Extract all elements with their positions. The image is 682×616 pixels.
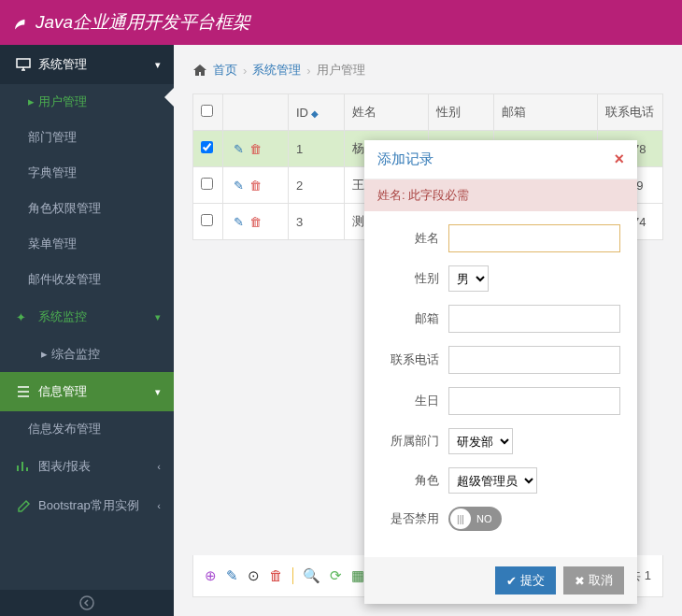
sidebar-item-dept[interactable]: 部门管理	[0, 120, 174, 155]
sidebar-monitor-overall[interactable]: ▸ 综合监控	[0, 337, 174, 372]
sidebar-item-role[interactable]: 角色权限管理	[0, 191, 174, 226]
close-icon[interactable]: ×	[614, 150, 624, 169]
sidebar-collapse[interactable]	[0, 590, 174, 616]
sidebar: 系统管理 ▾ ▸ 用户管理 部门管理 字典管理 角色权限管理 菜单管理 邮件收发…	[0, 45, 174, 616]
phone-input[interactable]	[448, 346, 620, 374]
delete-button[interactable]: 🗑	[269, 567, 283, 584]
chevron-down-icon: ▾	[155, 59, 161, 71]
chevron-down-icon: ▾	[155, 386, 161, 398]
sidebar-monitor[interactable]: ✦ 系统监控 ▾	[0, 297, 174, 337]
search-button[interactable]: 🔍	[303, 567, 320, 584]
top-bar: Java企业通用开发平台框架	[0, 0, 682, 45]
breadcrumb-l2: 用户管理	[317, 62, 365, 79]
bar-chart-icon	[16, 460, 31, 473]
submit-button[interactable]: ✔ 提交	[495, 566, 556, 595]
toggle-knob-icon: |||	[450, 509, 471, 529]
role-select[interactable]: 超级管理员	[448, 467, 537, 494]
leaf-icon	[11, 13, 30, 32]
cancel-button[interactable]: ✖ 取消	[563, 566, 624, 595]
view-button[interactable]: ⊙	[248, 567, 260, 584]
monitor-icon	[16, 58, 31, 71]
sidebar-info-publish[interactable]: 信息发布管理	[0, 411, 174, 447]
row-checkbox[interactable]	[201, 178, 213, 190]
sidebar-item-dict[interactable]: 字典管理	[0, 155, 174, 191]
error-message: 姓名: 此字段必需	[364, 179, 637, 211]
sidebar-chart[interactable]: 图表/报表 ‹	[0, 447, 174, 486]
export-button[interactable]: ▦	[351, 567, 364, 584]
modal-title: 添加记录	[377, 150, 614, 168]
refresh-button[interactable]: ⟳	[330, 567, 342, 584]
svg-rect-0	[17, 59, 30, 67]
row-checkbox[interactable]	[201, 141, 213, 153]
app-title: Java企业通用开发平台框架	[36, 10, 250, 35]
row-delete-button[interactable]: 🗑	[249, 179, 262, 193]
breadcrumb: 首页 › 系统管理 › 用户管理	[174, 45, 682, 93]
row-edit-button[interactable]: ✎	[234, 179, 244, 193]
home-icon	[192, 64, 207, 77]
sort-icon[interactable]: ◆	[311, 108, 319, 119]
edit-icon	[16, 499, 31, 512]
row-edit-button[interactable]: ✎	[234, 142, 244, 156]
pointer-icon	[164, 88, 174, 107]
disabled-toggle[interactable]: ||| NO	[448, 507, 502, 531]
sex-select[interactable]: 男	[448, 265, 489, 292]
row-delete-button[interactable]: 🗑	[249, 215, 262, 229]
name-input[interactable]	[448, 224, 620, 252]
sidebar-bootstrap[interactable]: Bootstrap常用实例 ‹	[0, 486, 174, 525]
chevron-down-icon: ▾	[155, 311, 161, 323]
row-delete-button[interactable]: 🗑	[249, 142, 262, 156]
dept-select[interactable]: 研发部	[448, 428, 513, 454]
chevron-left-icon: ‹	[157, 461, 161, 472]
list-icon	[16, 385, 31, 398]
chevron-left-icon: ‹	[157, 500, 161, 511]
breadcrumb-l1[interactable]: 系统管理	[252, 62, 301, 79]
breadcrumb-home[interactable]: 首页	[213, 62, 237, 79]
row-checkbox[interactable]	[201, 214, 213, 226]
sidebar-item-menu[interactable]: 菜单管理	[0, 226, 174, 262]
sidebar-info[interactable]: 信息管理 ▾	[0, 372, 174, 411]
collapse-icon	[78, 595, 95, 611]
edit-button[interactable]: ✎	[226, 567, 238, 584]
sidebar-item-user[interactable]: ▸ 用户管理	[0, 84, 174, 120]
svg-point-1	[80, 596, 93, 609]
email-input[interactable]	[448, 305, 620, 333]
sidebar-system[interactable]: 系统管理 ▾	[0, 45, 174, 84]
add-record-modal: 添加记录 × 姓名: 此字段必需 姓名 性别男 邮箱 联系电话 生日 所属部门研…	[364, 140, 637, 604]
birthday-input[interactable]	[448, 387, 620, 415]
row-edit-button[interactable]: ✎	[234, 215, 244, 229]
select-all-checkbox[interactable]	[201, 105, 213, 117]
sidebar-item-mail[interactable]: 邮件收发管理	[0, 262, 174, 297]
add-button[interactable]: ⊕	[205, 567, 217, 584]
